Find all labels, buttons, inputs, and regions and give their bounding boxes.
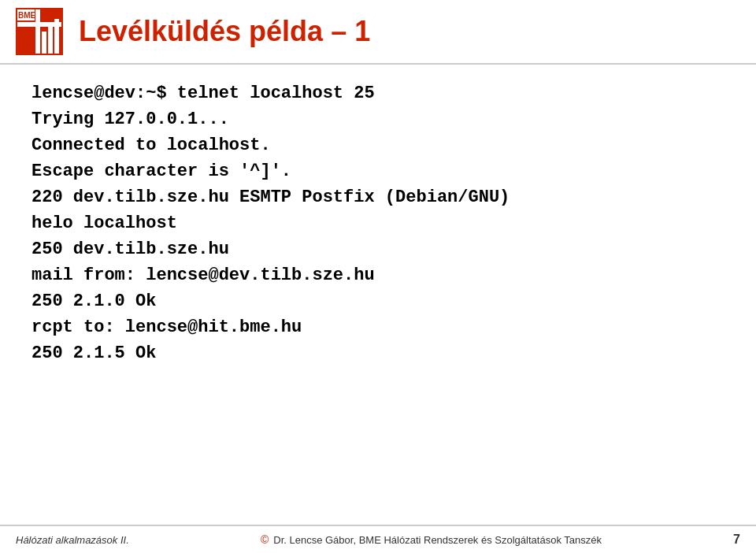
header: BME Levélküldés példa – 1: [0, 0, 756, 65]
svg-rect-4: [35, 9, 40, 54]
copyright-symbol: ©: [261, 533, 269, 546]
code-line: 250 2.1.0 Ok: [32, 288, 724, 314]
code-line: helo localhost: [32, 210, 724, 236]
code-line: 250 dev.tilb.sze.hu: [32, 236, 724, 262]
svg-rect-6: [48, 25, 53, 54]
footer-center-text: Dr. Lencse Gábor, BME Hálózati Rendszere…: [273, 534, 602, 546]
bme-logo: BME: [16, 8, 63, 55]
code-line: mail from: lencse@dev.tilb.sze.hu: [32, 262, 724, 288]
logo-area: BME: [16, 8, 63, 55]
footer-center: © Dr. Lencse Gábor, BME Hálózati Rendsze…: [261, 533, 602, 546]
code-line: Trying 127.0.0.1...: [32, 106, 724, 132]
code-line: Connected to localhost.: [32, 132, 724, 158]
page-number: 7: [733, 533, 740, 547]
footer: Hálózati alkalmazások II. © Dr. Lencse G…: [0, 525, 756, 553]
code-line: Escape character is '^]'.: [32, 158, 724, 184]
code-line: rcpt to: lencse@hit.bme.hu: [32, 314, 724, 340]
code-block: lencse@dev:~$ telnet localhost 25Trying …: [32, 80, 724, 366]
footer-left-text: Hálózati alkalmazások II.: [16, 534, 129, 546]
page-title: Levélküldés példa – 1: [79, 15, 370, 48]
svg-rect-7: [54, 19, 59, 54]
svg-rect-5: [42, 32, 46, 54]
code-line: 250 2.1.5 Ok: [32, 340, 724, 366]
code-line: lencse@dev:~$ telnet localhost 25: [32, 80, 724, 106]
svg-text:BME: BME: [18, 11, 36, 20]
code-line: 220 dev.tilb.sze.hu ESMTP Postfix (Debia…: [32, 184, 724, 210]
main-content: lencse@dev:~$ telnet localhost 25Trying …: [0, 65, 756, 525]
